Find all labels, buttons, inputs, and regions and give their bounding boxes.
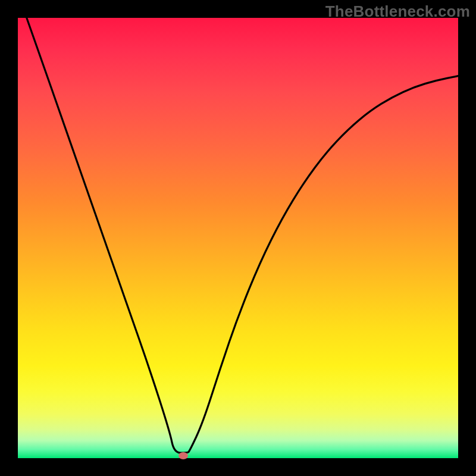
bottleneck-curve-svg	[18, 18, 458, 458]
watermark-text: TheBottleneck.com	[325, 2, 470, 21]
optimum-marker	[178, 452, 188, 459]
bottleneck-curve-path	[27, 18, 458, 453]
chart-stage: TheBottleneck.com	[0, 0, 476, 476]
